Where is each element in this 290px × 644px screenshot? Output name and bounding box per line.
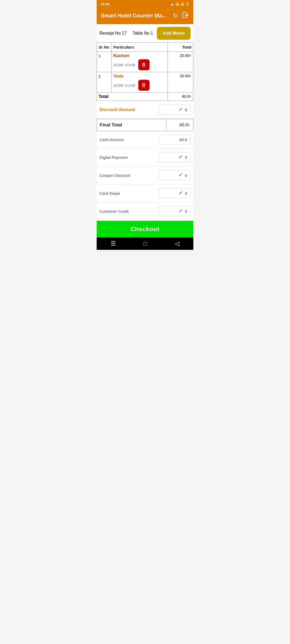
add-menu-button[interactable]: Add Menu [157, 27, 191, 40]
wifi-icon: 📶 [175, 2, 179, 6]
battery-icon: 🔋 [186, 2, 190, 6]
total-value-cell: 40.0/- [168, 93, 193, 101]
status-bar: 10:49 ⏰ 📶 📶 🔋 [97, 0, 193, 8]
coupon-discount-value: 0 [185, 173, 187, 178]
row2-price-detail: 10.00/- X 2.00 🗑 [113, 79, 166, 91]
card-swipe-box[interactable]: 0 [158, 188, 191, 198]
row1-particulars: Kachori 10.00/- X 2.00 🗑 [112, 52, 168, 72]
customer-credit-box[interactable]: 0 [158, 206, 191, 216]
coupon-discount-edit-icon[interactable] [179, 173, 183, 178]
discount-edit-box[interactable]: 0 [158, 105, 191, 115]
time-display: 10:49 [100, 2, 109, 6]
coupon-discount-row: Coupon Discount 0 [97, 166, 193, 184]
discount-edit-icon[interactable] [179, 107, 183, 112]
table-row: 1 Kachori 10.00/- X 2.00 🗑 20.00/- [97, 52, 193, 72]
exit-button[interactable] [182, 12, 189, 20]
customer-credit-edit-icon[interactable] [179, 208, 183, 214]
status-icons: ⏰ 📶 📶 🔋 [170, 2, 190, 6]
card-swipe-edit-icon[interactable] [179, 191, 183, 196]
digital-payment-label: Digital Payment [99, 155, 158, 160]
bottom-section: Discount Amount 0 Final Total 40.0/- Cas… [97, 101, 193, 237]
final-total-row: Final Total 40.0/- [97, 119, 193, 131]
app-title: Smart Hotel Counter Ma... [101, 13, 166, 19]
app-bar: Smart Hotel Counter Ma... ↻ [97, 8, 193, 24]
final-total-label: Final Total [97, 119, 166, 131]
row1-item-name: Kachori [113, 53, 166, 58]
customer-credit-value: 0 [185, 209, 187, 214]
digital-payment-value: 0 [185, 155, 187, 160]
signal-icon: 📶 [180, 2, 184, 6]
discount-value: 0 [185, 108, 187, 112]
digital-payment-edit-icon[interactable] [179, 155, 183, 160]
digital-payment-row: Digital Payment 0 [97, 148, 193, 166]
coupon-discount-box[interactable]: 0 [158, 170, 191, 180]
receipt-info: Receipt No 17 Table No 1 [99, 31, 153, 36]
alarm-icon: ⏰ [170, 2, 174, 6]
nav-bar: ☰ □ ◁ [97, 237, 193, 250]
cash-amount-box: 40.0 [158, 135, 191, 144]
card-swipe-row: Card Swipe 0 [97, 184, 193, 202]
row1-price-detail: 10.00/- X 2.00 🗑 [113, 59, 166, 70]
refresh-button[interactable]: ↻ [173, 12, 178, 19]
cash-amount-row: Cash Amount 40.0 [97, 131, 193, 148]
customer-credit-label: Customer Credit [99, 209, 158, 214]
table-row: 2 Vada 10.00/- X 2.00 🗑 20.00/- [97, 72, 193, 93]
total-row: Total 40.0/- [97, 93, 193, 101]
row1-total: 20.00/- [168, 52, 193, 72]
cash-amount-label: Cash Amount [99, 137, 158, 142]
main-content: Receipt No 17 Table No 1 Add Menu Sr No … [97, 24, 193, 237]
cash-amount-value: 40.0 [179, 137, 187, 142]
refresh-icon: ↻ [173, 12, 178, 19]
trash-icon: 🗑 [142, 82, 146, 88]
card-swipe-label: Card Swipe [99, 191, 158, 196]
row2-total: 20.00/- [168, 72, 193, 93]
trash-icon: 🗑 [142, 62, 146, 67]
menu-nav-icon[interactable]: ☰ [111, 240, 116, 247]
app-bar-icons: ↻ [173, 12, 189, 20]
row1-delete-button[interactable]: 🗑 [138, 59, 150, 70]
total-label-cell: Total [97, 93, 168, 101]
order-table: Sr No Particulars Total 1 Kachori 10.00/… [97, 42, 193, 101]
col-srno: Sr No [97, 43, 112, 52]
back-nav-icon[interactable]: ◁ [175, 240, 179, 247]
table-no: Table No 1 [132, 31, 153, 35]
exit-icon [182, 14, 189, 20]
row2-item-name: Vada [113, 74, 166, 79]
checkout-button[interactable]: Checkout [97, 221, 193, 237]
row2-particulars: Vada 10.00/- X 2.00 🗑 [112, 72, 168, 93]
col-particulars: Particulars [112, 43, 168, 52]
receipt-no: Receipt No 17 [99, 31, 126, 35]
home-nav-icon[interactable]: □ [144, 240, 147, 247]
discount-label: Discount Amount [99, 107, 158, 112]
col-total: Total [168, 43, 193, 52]
discount-row: Discount Amount 0 [97, 101, 193, 119]
receipt-header: Receipt No 17 Table No 1 Add Menu [97, 24, 193, 42]
row2-delete-button[interactable]: 🗑 [138, 80, 150, 91]
row2-srno: 2 [97, 72, 112, 93]
card-swipe-value: 0 [185, 191, 187, 196]
final-total-value: 40.0/- [166, 119, 193, 131]
row1-srno: 1 [97, 52, 112, 72]
customer-credit-row: Customer Credit 0 [97, 202, 193, 220]
digital-payment-box[interactable]: 0 [158, 152, 191, 162]
coupon-discount-label: Coupon Discount [99, 173, 158, 178]
